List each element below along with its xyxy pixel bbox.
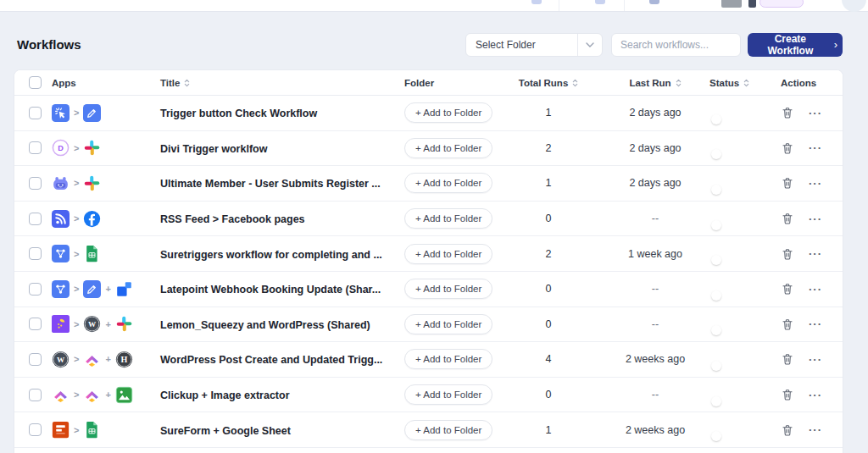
row-checkbox[interactable] [29, 247, 42, 260]
row-checkbox[interactable] [29, 318, 42, 330]
column-header-status[interactable]: Status [709, 78, 769, 88]
row-checkbox[interactable] [29, 423, 42, 436]
sort-icon[interactable] [676, 79, 682, 87]
clickup-icon [83, 386, 101, 404]
delete-button[interactable] [781, 282, 794, 296]
svg-text:D: D [58, 144, 64, 152]
total-runs-value: 1 [515, 177, 582, 189]
wordpress-icon: W [52, 351, 70, 368]
delete-button[interactable] [781, 106, 794, 119]
total-runs-value: 4 [515, 353, 582, 365]
add-to-folder-button[interactable]: + Add to Folder [404, 420, 492, 440]
search-input[interactable] [611, 33, 741, 57]
column-header-last-run[interactable]: Last Run [608, 78, 703, 88]
more-actions-button[interactable]: ··· [809, 284, 822, 295]
row-checkbox[interactable] [29, 283, 42, 296]
app-separator: > [74, 284, 79, 294]
toggle-knob [711, 361, 721, 371]
delete-button[interactable] [781, 318, 794, 331]
toggle-knob [711, 114, 721, 124]
table-row: W>+HWordPress Post Create and Updated Tr… [14, 342, 843, 378]
table-row: >+Latepoint Webhook Booking Update (Shar… [14, 272, 843, 307]
add-to-folder-button[interactable]: + Add to Folder [404, 384, 492, 405]
add-to-folder-button[interactable]: + Add to Folder [404, 102, 492, 123]
more-actions-button[interactable]: ··· [809, 108, 822, 119]
create-workflow-button[interactable]: Create Workflow › [748, 33, 843, 57]
last-run-value: 2 days ago [608, 142, 703, 154]
add-to-folder-button[interactable]: + Add to Folder [404, 279, 492, 299]
facebook-icon [83, 210, 101, 228]
workflow-title[interactable]: Latepoint Webhook Booking Update (Shar..… [160, 284, 381, 296]
column-header-total-runs[interactable]: Total Runs [515, 78, 582, 88]
workflow-title[interactable]: Suretriggers workflow for completing and… [160, 249, 382, 261]
add-to-folder-button[interactable]: + Add to Folder [404, 173, 492, 193]
column-header-title[interactable]: Title [160, 78, 404, 88]
divi-icon: D [52, 139, 70, 157]
workflow-title[interactable]: Clickup + Image extractor [160, 389, 290, 401]
more-actions-button[interactable]: ··· [809, 142, 822, 153]
add-to-folder-button[interactable]: + Add to Folder [404, 314, 492, 334]
toolbar-divider [559, 0, 559, 11]
sort-icon[interactable] [572, 79, 578, 87]
toolbar-divider [624, 0, 625, 11]
workflow-title[interactable]: Ultimate Member - User Submits Register … [160, 178, 381, 190]
delete-button[interactable] [781, 141, 794, 155]
add-to-folder-button[interactable]: + Add to Folder [404, 138, 492, 158]
cropped-toolbar-pill-button[interactable] [760, 0, 804, 8]
workflow-title[interactable]: RSS Feed > Facebook pages [160, 213, 305, 225]
add-to-folder-button[interactable]: + Add to Folder [404, 349, 492, 369]
more-actions-button[interactable]: ··· [809, 248, 822, 259]
row-checkbox[interactable] [29, 107, 42, 119]
delete-button[interactable] [781, 212, 794, 225]
workflow-title[interactable]: WordPress Post Create and Updated Trigg.… [160, 354, 382, 366]
more-actions-button[interactable]: ··· [809, 213, 822, 224]
workflow-title[interactable]: Divi Trigger worklfow [160, 143, 267, 155]
google-sheets-icon [83, 245, 101, 262]
row-checkbox[interactable] [29, 177, 42, 190]
actions-cell: ··· [769, 176, 843, 190]
workflow-title[interactable]: SureForm + Google Sheet [160, 425, 291, 437]
actions-cell: ··· [769, 106, 843, 119]
row-checkbox-cell [14, 213, 52, 225]
avatar[interactable] [842, 0, 866, 12]
cropped-toolbar-icon [748, 0, 756, 8]
more-actions-button[interactable]: ··· [809, 389, 822, 401]
more-actions-button[interactable]: ··· [809, 354, 822, 365]
row-checkbox[interactable] [29, 213, 42, 225]
row-checkbox-cell [14, 177, 52, 190]
select-all-checkbox[interactable] [29, 76, 42, 89]
delete-button[interactable] [781, 423, 794, 437]
actions-cell: ··· [769, 247, 843, 261]
cropped-toolbar-icon [649, 0, 659, 4]
delete-button[interactable] [781, 388, 794, 401]
more-actions-button[interactable]: ··· [809, 424, 822, 435]
last-run-value: -- [608, 213, 703, 224]
more-actions-button[interactable]: ··· [809, 318, 822, 329]
trash-icon [781, 282, 794, 296]
delete-button[interactable] [781, 352, 794, 366]
row-checkbox[interactable] [29, 353, 42, 366]
row-checkbox[interactable] [29, 141, 42, 154]
last-run-value: -- [608, 318, 703, 330]
pencil-icon [83, 104, 101, 122]
workflow-title[interactable]: Trigger button Check Workflow [160, 108, 317, 119]
row-checkbox[interactable] [29, 389, 42, 401]
apps-cell: >W+ [52, 315, 160, 333]
delete-button[interactable] [781, 247, 794, 261]
sort-icon[interactable] [743, 79, 749, 87]
more-actions-button[interactable]: ··· [809, 178, 822, 189]
sort-icon[interactable] [184, 79, 190, 87]
add-to-folder-button[interactable]: + Add to Folder [404, 244, 492, 264]
apps-cell: > [52, 421, 160, 439]
toggle-knob [711, 396, 721, 406]
workflow-title[interactable]: Lemon_Squeezy and WordPress (Shared) [160, 319, 370, 331]
folder-select[interactable]: Select Folder [465, 33, 603, 57]
add-to-folder-button[interactable]: + Add to Folder [404, 208, 492, 229]
delete-button[interactable] [781, 176, 794, 190]
row-checkbox-cell [14, 353, 52, 366]
table-row: >Suretriggers workflow for completing an… [14, 236, 843, 272]
app-separator: > [74, 213, 79, 224]
trash-icon [781, 352, 794, 366]
app-separator: > [74, 425, 79, 435]
toggle-knob [711, 149, 721, 159]
